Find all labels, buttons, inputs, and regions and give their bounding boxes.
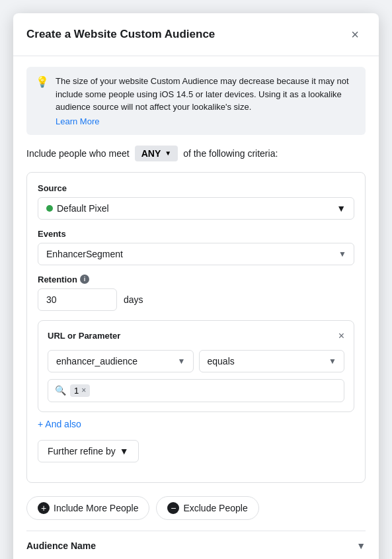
modal-title: Create a Website Custom Audience xyxy=(26,28,215,41)
retention-label: Retention i xyxy=(38,275,354,284)
expand-icon[interactable]: ▼ xyxy=(356,540,366,551)
modal-header: Create a Website Custom Audience × xyxy=(13,13,379,56)
info-banner: 💡 The size of your website Custom Audien… xyxy=(26,67,366,135)
retention-field-group: Retention i days xyxy=(38,275,354,311)
modal-body: 💡 The size of your website Custom Audien… xyxy=(13,56,379,559)
close-button[interactable]: × xyxy=(344,24,366,45)
retention-info-icon[interactable]: i xyxy=(80,275,89,284)
include-more-button[interactable]: + Include More People xyxy=(26,496,149,520)
url-param-selects-row: enhancer_audience url referrer ▼ equals … xyxy=(48,350,344,372)
audience-name-section: Audience Name ▼ xyxy=(26,531,366,551)
url-param-header: URL or Parameter × xyxy=(48,330,344,342)
further-refine-button[interactable]: Further refine by ▼ xyxy=(38,440,139,462)
any-dropdown[interactable]: ANY ▼ xyxy=(135,146,178,161)
bulb-icon: 💡 xyxy=(36,75,49,127)
modal: Create a Website Custom Audience × 💡 The… xyxy=(13,13,379,559)
minus-icon: − xyxy=(167,502,179,514)
param-search-box[interactable]: 🔍 1 × xyxy=(48,379,344,402)
source-dot-indicator xyxy=(46,205,53,212)
source-value: Default Pixel xyxy=(57,203,109,214)
url-param-title: URL or Parameter xyxy=(48,331,120,341)
and-also-link[interactable]: + And also xyxy=(38,419,81,429)
operator-wrapper: equals contains starts with ends with ▼ xyxy=(199,350,345,372)
source-select[interactable]: Default Pixel ▼ xyxy=(38,197,354,220)
criteria-box: Source Default Pixel ▼ Events EnhancerSe… xyxy=(26,172,366,483)
tag-chip: 1 × xyxy=(70,384,90,397)
include-more-label: Include More People xyxy=(54,503,138,513)
param-name-wrapper: enhancer_audience url referrer ▼ xyxy=(48,350,194,372)
source-field-group: Source Default Pixel ▼ xyxy=(38,183,354,220)
action-row: + Include More People − Exclude People xyxy=(26,494,366,520)
url-param-box: URL or Parameter × enhancer_audience url… xyxy=(38,320,354,412)
plus-icon: + xyxy=(38,502,50,514)
source-label: Source xyxy=(38,183,354,193)
retention-input[interactable] xyxy=(38,288,117,311)
further-refine-wrapper: Further refine by ▼ xyxy=(38,440,354,462)
info-banner-content: The size of your website Custom Audience… xyxy=(56,75,356,127)
url-param-close-button[interactable]: × xyxy=(338,330,344,342)
source-chevron-icon: ▼ xyxy=(336,203,346,214)
search-icon: 🔍 xyxy=(55,385,66,396)
exclude-people-label: Exclude People xyxy=(183,503,247,513)
events-select[interactable]: EnhancerSegment xyxy=(38,243,354,265)
retention-days-label: days xyxy=(124,294,143,305)
retention-row: days xyxy=(38,288,354,311)
further-refine-label: Further refine by xyxy=(48,446,116,456)
further-refine-chevron-icon: ▼ xyxy=(120,446,129,456)
criteria-prefix: Include people who meet xyxy=(26,148,130,159)
events-label: Events xyxy=(38,229,354,239)
criteria-row: Include people who meet ANY ▼ of the fol… xyxy=(26,146,366,161)
source-left: Default Pixel xyxy=(46,203,109,214)
tag-value: 1 xyxy=(74,386,79,396)
events-field-group: Events EnhancerSegment ▼ xyxy=(38,229,354,265)
chevron-down-icon: ▼ xyxy=(165,150,171,157)
tag-remove-button[interactable]: × xyxy=(81,386,86,395)
learn-more-link[interactable]: Learn More xyxy=(56,116,99,126)
operator-select[interactable]: equals contains starts with ends with xyxy=(199,350,345,372)
audience-name-label: Audience Name xyxy=(26,540,96,551)
match-type-label: ANY xyxy=(141,148,161,159)
criteria-suffix: of the following criteria: xyxy=(183,148,278,159)
param-name-select[interactable]: enhancer_audience url referrer xyxy=(48,350,194,372)
info-banner-text: The size of your website Custom Audience… xyxy=(56,76,349,112)
events-select-wrapper: EnhancerSegment ▼ xyxy=(38,243,354,265)
exclude-people-button[interactable]: − Exclude People xyxy=(156,496,258,520)
